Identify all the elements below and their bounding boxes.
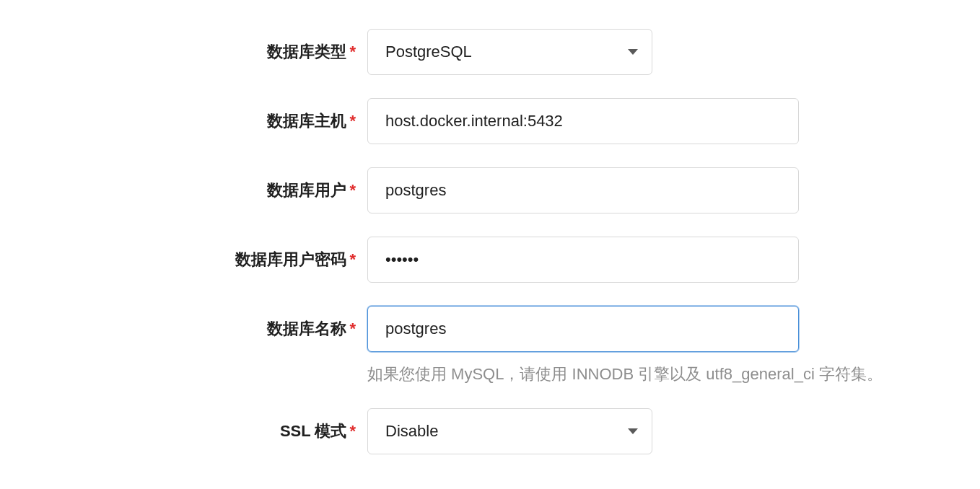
field-col-db-host <box>367 98 923 144</box>
db-type-select[interactable]: PostgreSQL <box>367 29 652 75</box>
db-password-input[interactable] <box>367 237 799 283</box>
db-type-select-value: PostgreSQL <box>367 29 652 75</box>
required-mark: * <box>349 422 356 440</box>
field-col-ssl-mode: Disable <box>367 408 923 454</box>
label-db-name: 数据库名称* <box>57 318 367 340</box>
label-text-db-name: 数据库名称 <box>267 320 346 338</box>
form-row-db-user: 数据库用户* <box>57 167 923 213</box>
label-db-password: 数据库用户密码* <box>57 249 367 270</box>
label-ssl-mode: SSL 模式* <box>57 420 367 442</box>
field-col-db-user <box>367 167 923 213</box>
label-text-db-user: 数据库用户 <box>267 181 346 199</box>
form-row-db-type: 数据库类型* PostgreSQL <box>57 29 923 75</box>
db-host-input[interactable] <box>367 98 799 144</box>
form-row-db-password: 数据库用户密码* <box>57 237 923 283</box>
required-mark: * <box>349 181 356 199</box>
field-col-db-type: PostgreSQL <box>367 29 923 75</box>
label-db-type: 数据库类型* <box>57 41 367 63</box>
ssl-mode-select-value: Disable <box>367 408 652 454</box>
required-mark: * <box>349 112 356 130</box>
label-db-host: 数据库主机* <box>57 110 367 132</box>
db-name-help-text: 如果您使用 MySQL，请使用 INNODB 引擎以及 utf8_general… <box>367 364 923 385</box>
form-row-db-host: 数据库主机* <box>57 98 923 144</box>
label-text-db-type: 数据库类型 <box>267 43 346 61</box>
label-db-user: 数据库用户* <box>57 180 367 201</box>
db-name-input[interactable] <box>367 306 799 352</box>
required-mark: * <box>349 320 356 338</box>
required-mark: * <box>349 43 356 61</box>
form-row-ssl-mode: SSL 模式* Disable <box>57 408 923 454</box>
field-col-db-name <box>367 306 923 352</box>
ssl-mode-select[interactable]: Disable <box>367 408 652 454</box>
field-col-db-password <box>367 237 923 283</box>
database-config-form: 数据库类型* PostgreSQL 数据库主机* 数据库用户* 数据库用户密码* <box>57 29 923 454</box>
required-mark: * <box>349 250 356 268</box>
label-text-db-password: 数据库用户密码 <box>235 250 346 268</box>
label-text-ssl-mode: SSL 模式 <box>280 422 347 440</box>
db-user-input[interactable] <box>367 167 799 213</box>
form-row-db-name: 数据库名称* <box>57 306 923 352</box>
label-text-db-host: 数据库主机 <box>267 112 346 130</box>
